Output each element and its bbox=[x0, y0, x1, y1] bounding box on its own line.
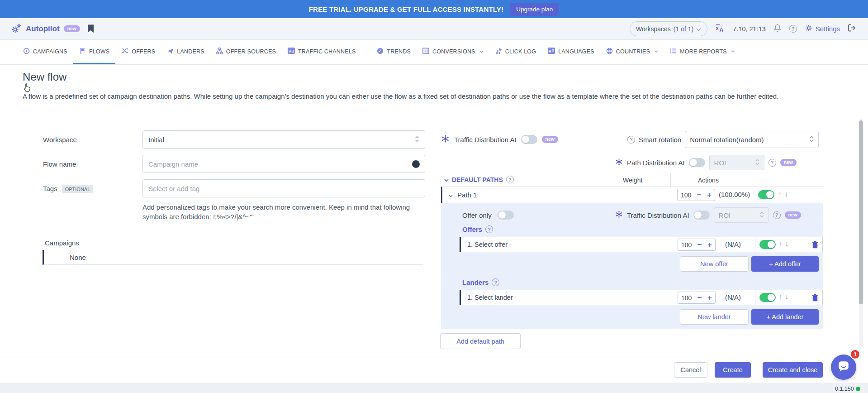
offer-name[interactable]: 1. Select offer bbox=[467, 241, 508, 248]
move-up-icon[interactable]: ↑ bbox=[778, 190, 782, 198]
move-up-icon[interactable]: ↑ bbox=[778, 240, 782, 248]
help-icon[interactable]: ? bbox=[773, 211, 781, 219]
scrollbar-thumb[interactable] bbox=[859, 120, 863, 304]
upgrade-plan-button[interactable]: Upgrade plan bbox=[510, 3, 559, 16]
add-lander-button[interactable]: + Add lander bbox=[751, 309, 819, 325]
stepper-icon bbox=[755, 158, 759, 167]
add-default-path-button[interactable]: Add default path bbox=[440, 333, 521, 349]
nav-trends[interactable]: TRENDS bbox=[371, 40, 417, 64]
nav-offers[interactable]: OFFERS bbox=[115, 40, 161, 64]
nav-label: FLOWS bbox=[89, 48, 109, 55]
version-label: 0.1.150 bbox=[835, 386, 860, 392]
offer-only-label: Offer only bbox=[462, 211, 492, 219]
offer-only-toggle[interactable] bbox=[498, 211, 514, 220]
tags-row: TagsOPTIONAL bbox=[43, 179, 425, 197]
nav-traffic-channels[interactable]: Ad TRAFFIC CHANNELS bbox=[282, 40, 362, 64]
path-ai-row: Path Distribution AI ROI ? new bbox=[615, 154, 797, 171]
bell-icon[interactable] bbox=[773, 24, 782, 34]
bookmark-icon[interactable] bbox=[87, 24, 94, 33]
help-icon[interactable]: ? bbox=[768, 159, 776, 167]
help-icon[interactable]: ? bbox=[789, 25, 797, 33]
chevron-down-icon bbox=[444, 176, 449, 183]
path-weight-value[interactable]: 100 bbox=[681, 192, 691, 199]
version-number: 0.1.150 bbox=[835, 386, 854, 392]
nav-countries[interactable]: COUNTRIES bbox=[600, 40, 664, 64]
weight-plus-button[interactable]: + bbox=[707, 191, 711, 199]
dark-circle-indicator[interactable] bbox=[412, 160, 420, 168]
path-ai-label: Path Distribution AI bbox=[627, 159, 685, 167]
logout-icon[interactable] bbox=[848, 24, 856, 34]
tags-input[interactable] bbox=[142, 179, 425, 197]
brand-name: Autopilot bbox=[26, 24, 60, 34]
workspace-label: Workspace bbox=[43, 136, 142, 144]
lander-name[interactable]: 1. Select lander bbox=[467, 294, 513, 301]
trash-icon[interactable] bbox=[812, 241, 818, 250]
weight-minus-button[interactable]: − bbox=[697, 294, 702, 302]
path-ai-roi-select[interactable]: ROI bbox=[709, 155, 764, 170]
cancel-button[interactable]: Cancel bbox=[674, 362, 707, 378]
nav-languages[interactable]: A LANGUAGES bbox=[542, 40, 600, 64]
move-down-icon[interactable]: ↓ bbox=[784, 190, 788, 198]
smart-rotation-value: Normal rotation(random) bbox=[690, 136, 764, 144]
brand[interactable]: Autopilot new bbox=[12, 23, 80, 35]
weight-minus-button[interactable]: − bbox=[697, 191, 702, 199]
trash-icon[interactable] bbox=[812, 294, 818, 303]
smart-rotation-select[interactable]: Normal rotation(random) bbox=[685, 131, 819, 148]
flow-name-row: Flow name bbox=[43, 155, 425, 173]
nav-more-reports[interactable]: MORE REPORTS bbox=[664, 40, 741, 64]
nav-flows[interactable]: FLOWS bbox=[73, 40, 115, 64]
svg-text:Ad: Ad bbox=[289, 49, 294, 53]
move-up-icon[interactable]: ↑ bbox=[778, 293, 782, 301]
add-offer-button[interactable]: + Add offer bbox=[751, 256, 819, 272]
path-toggle[interactable]: Path 1 bbox=[449, 191, 477, 199]
help-icon[interactable]: ? bbox=[627, 136, 635, 144]
help-icon[interactable]: ? bbox=[506, 176, 514, 183]
roi-value: ROI bbox=[719, 211, 731, 219]
move-down-icon[interactable]: ↓ bbox=[785, 293, 788, 301]
lander-weight-value[interactable]: 100 bbox=[681, 294, 692, 302]
weight-minus-button[interactable]: − bbox=[697, 241, 702, 249]
nav-conversions[interactable]: CONVERSIONS bbox=[417, 40, 489, 64]
tags-helper-text: Add personalized tags to make your searc… bbox=[142, 202, 428, 221]
translate-icon[interactable]: x A bbox=[715, 24, 725, 34]
brand-new-badge: new bbox=[64, 25, 80, 33]
nav-label: OFFERS bbox=[132, 48, 155, 55]
help-icon[interactable]: ? bbox=[492, 278, 499, 286]
new-offer-button[interactable]: New offer bbox=[680, 256, 749, 272]
trial-banner-text: FREE TRIAL. UPGRADE & GET FULL ACCESS IN… bbox=[309, 5, 503, 13]
weight-plus-button[interactable]: + bbox=[707, 241, 712, 249]
nav-campaigns[interactable]: CAMPAIGNS bbox=[17, 40, 73, 64]
offer-enabled-toggle[interactable] bbox=[759, 240, 776, 249]
weight-plus-button[interactable]: + bbox=[707, 294, 712, 302]
create-and-close-button[interactable]: Create and close bbox=[763, 362, 823, 378]
new-lander-button[interactable]: New lander bbox=[680, 309, 749, 325]
offer-stat: (N/A) bbox=[725, 240, 741, 248]
help-icon[interactable]: ? bbox=[485, 225, 493, 233]
traffic-ai-toggle[interactable] bbox=[521, 135, 537, 144]
flow-name-label: Flow name bbox=[43, 160, 142, 168]
settings-button[interactable]: Settings bbox=[805, 24, 840, 34]
lander-enabled-toggle[interactable] bbox=[759, 293, 776, 302]
nav-label: CAMPAIGNS bbox=[33, 48, 67, 55]
default-paths-header[interactable]: DEFAULT PATHS ? bbox=[444, 176, 514, 183]
path-traffic-ai-toggle[interactable] bbox=[693, 211, 710, 220]
smart-rotation-group: ? Smart rotation Normal rotation(random) bbox=[627, 130, 819, 149]
workspaces-dropdown[interactable]: Workspaces (1 of 1) bbox=[630, 21, 707, 36]
create-button[interactable]: Create bbox=[715, 362, 751, 378]
path-enabled-toggle[interactable] bbox=[758, 190, 774, 199]
workspaces-count: (1 of 1) bbox=[674, 25, 693, 33]
move-down-icon[interactable]: ↓ bbox=[785, 240, 788, 248]
offer-weight-value[interactable]: 100 bbox=[681, 241, 692, 249]
chevron-down-icon bbox=[449, 191, 453, 199]
workspace-select[interactable]: Initial bbox=[142, 130, 425, 149]
path-ai-toggle[interactable] bbox=[689, 158, 705, 167]
flow-name-input[interactable] bbox=[142, 155, 425, 173]
path-roi-select[interactable]: ROI bbox=[714, 207, 769, 223]
nav-landers[interactable]: LANDERS bbox=[161, 40, 210, 64]
app-root: FREE TRIAL. UPGRADE & GET FULL ACCESS IN… bbox=[0, 0, 868, 393]
nav-offer-sources[interactable]: OFFER SOURCES bbox=[210, 40, 282, 64]
campaigns-label: Campaigns bbox=[45, 239, 79, 247]
path-traffic-ai-label: Traffic Distribution AI bbox=[627, 211, 689, 219]
nav-separator bbox=[366, 45, 366, 59]
nav-click-log[interactable]: CLICK LOG bbox=[489, 40, 542, 64]
